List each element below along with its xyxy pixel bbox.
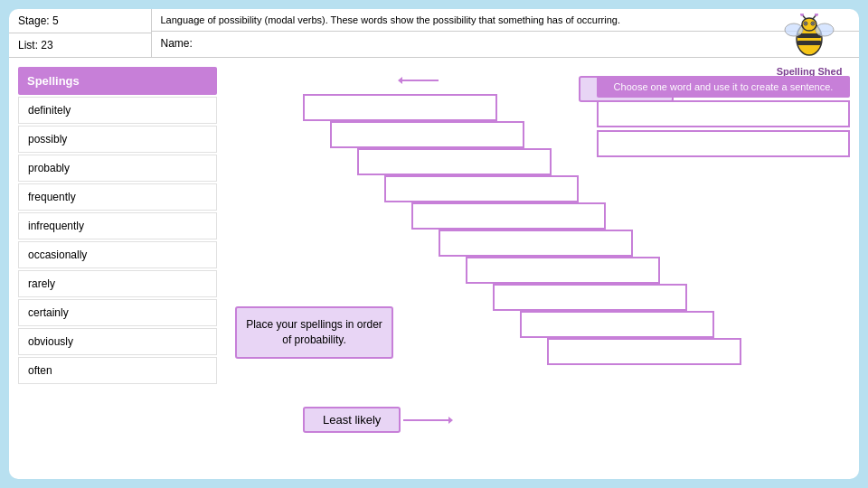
svg-rect-2 bbox=[797, 41, 821, 45]
instruction-text: Place your spellings in order of probabi… bbox=[246, 318, 382, 346]
stair-5[interactable] bbox=[411, 202, 606, 230]
spelling-item-6[interactable]: rarely bbox=[18, 270, 217, 297]
header-left: Stage: 5 List: 23 bbox=[9, 9, 152, 57]
spelling-item-0[interactable]: definitely bbox=[18, 97, 217, 124]
spelling-item-1[interactable]: possibly bbox=[18, 126, 217, 153]
spelling-item-4[interactable]: infrequently bbox=[18, 212, 217, 239]
spelling-item-7[interactable]: certainly bbox=[18, 299, 217, 326]
most-likely-arrow bbox=[398, 71, 443, 89]
name-label: Name: bbox=[152, 32, 860, 55]
svg-marker-15 bbox=[398, 77, 402, 84]
bee-logo-svg bbox=[778, 14, 841, 68]
choose-line-2[interactable] bbox=[597, 130, 850, 157]
header: Stage: 5 List: 23 Language of possibilit… bbox=[9, 9, 859, 58]
least-likely-container: Least likely bbox=[303, 407, 453, 433]
least-likely-arrow bbox=[399, 411, 453, 429]
svg-marker-17 bbox=[448, 417, 453, 424]
spellings-header: Spellings bbox=[18, 67, 217, 95]
main-card: Stage: 5 List: 23 Language of possibilit… bbox=[9, 9, 859, 479]
stair-10[interactable] bbox=[547, 338, 741, 365]
list-label: List: 23 bbox=[9, 33, 151, 57]
stair-2[interactable] bbox=[330, 121, 524, 148]
content-area: Spellings definitely possibly probably f… bbox=[9, 58, 859, 455]
stair-9[interactable] bbox=[520, 311, 714, 338]
svg-point-3 bbox=[785, 23, 803, 36]
header-right: Language of possibility (modal verbs). T… bbox=[152, 9, 860, 57]
stair-4[interactable] bbox=[384, 175, 579, 202]
stair-7[interactable] bbox=[466, 257, 660, 284]
choose-line-1[interactable] bbox=[597, 100, 850, 127]
least-likely-label: Least likely bbox=[303, 407, 401, 433]
instruction-box: Place your spellings in order of probabi… bbox=[235, 306, 393, 359]
stair-8[interactable] bbox=[493, 284, 687, 311]
spelling-item-3[interactable]: frequently bbox=[18, 183, 217, 211]
svg-point-8 bbox=[805, 23, 807, 24]
stair-6[interactable] bbox=[439, 230, 633, 257]
choose-header: Choose one word and use it to create a s… bbox=[597, 76, 850, 98]
info-text: Language of possibility (modal verbs). T… bbox=[152, 9, 860, 32]
staircase-area: Most likely bbox=[231, 67, 850, 446]
svg-point-9 bbox=[812, 23, 814, 24]
stair-1[interactable] bbox=[303, 94, 497, 121]
spelling-item-2[interactable]: probably bbox=[18, 155, 217, 182]
spelling-item-9[interactable]: often bbox=[18, 357, 217, 384]
stair-3[interactable] bbox=[357, 148, 552, 175]
spelling-item-8[interactable]: obviously bbox=[18, 328, 217, 355]
stage-label: Stage: 5 bbox=[9, 9, 151, 33]
spelling-item-5[interactable]: occasionally bbox=[18, 241, 217, 268]
spellings-panel: Spellings definitely possibly probably f… bbox=[18, 67, 217, 446]
choose-panel: Choose one word and use it to create a s… bbox=[597, 76, 850, 160]
svg-point-4 bbox=[816, 23, 834, 36]
most-likely-container: Most likely bbox=[398, 71, 441, 89]
